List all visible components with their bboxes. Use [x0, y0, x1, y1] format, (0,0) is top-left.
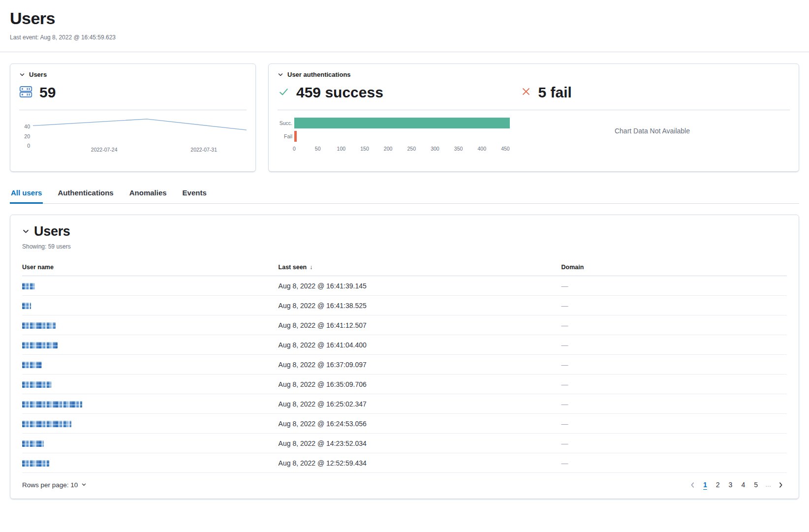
users-table-title: Users [34, 224, 70, 239]
users-kpi-title: Users [29, 71, 47, 78]
page-button-4[interactable]: 4 [738, 480, 748, 490]
table-row: Aug 8, 2022 @ 12:52:59.434— [22, 453, 787, 473]
rows-per-page-selector[interactable]: Rows per page: 10 [22, 481, 87, 489]
page-button-2[interactable]: 2 [713, 480, 723, 490]
page-button-3[interactable]: 3 [725, 480, 736, 490]
users-line-chart: 40200 2022-07-242022-07-31 [19, 117, 247, 155]
chevron-down-icon [19, 72, 25, 78]
user-name-link-redacted[interactable] [22, 440, 44, 447]
domain-cell: — [561, 315, 787, 335]
last-seen-cell: Aug 8, 2022 @ 16:41:39.145 [279, 276, 561, 296]
kpi-row: Users 59 40200 2022-07-242022-07-31 [10, 63, 799, 172]
previous-page-button[interactable] [686, 481, 699, 489]
last-seen-cell: Aug 8, 2022 @ 16:41:38.525 [279, 296, 561, 315]
storage-icon [19, 85, 32, 100]
table-row: Aug 8, 2022 @ 14:23:52.034— [22, 434, 787, 453]
sort-desc-icon: ↓ [310, 264, 312, 271]
column-header-user-name: User name [22, 262, 279, 276]
table-footer: Rows per page: 10 12345… [22, 473, 787, 496]
panel-divider [278, 110, 790, 110]
user-name-link-redacted[interactable] [22, 421, 71, 427]
domain-cell: — [561, 434, 787, 453]
auth-bar-chart: Succ.Fail050100150200250300350400450 [278, 117, 515, 152]
domain-cell: — [561, 296, 787, 315]
line-chart-x-axis: 2022-07-242022-07-31 [33, 146, 247, 154]
user-name-link-redacted[interactable] [22, 283, 35, 289]
user-name-link-redacted[interactable] [22, 342, 58, 348]
table-row: Aug 8, 2022 @ 16:35:09.706— [22, 375, 787, 394]
cross-icon [521, 86, 531, 99]
last-seen-cell: Aug 8, 2022 @ 16:41:12.507 [279, 315, 561, 335]
pagination-ellipsis: … [762, 481, 775, 488]
check-icon [278, 86, 290, 100]
user-name-link-redacted[interactable] [22, 401, 82, 407]
domain-cell: — [561, 394, 787, 414]
page-button-5[interactable]: 5 [750, 480, 761, 490]
last-seen-cell: Aug 8, 2022 @ 16:24:53.056 [279, 414, 561, 434]
users-table-header[interactable]: Users [22, 224, 787, 239]
chevron-down-icon [81, 481, 87, 489]
last-seen-cell: Aug 8, 2022 @ 16:25:02.347 [279, 394, 561, 414]
domain-cell: — [561, 375, 787, 394]
line-chart-plot [33, 117, 247, 146]
table-row: Aug 8, 2022 @ 16:25:02.347— [22, 394, 787, 414]
user-name-link-redacted[interactable] [22, 322, 56, 329]
last-seen-cell: Aug 8, 2022 @ 12:52:59.434 [279, 453, 561, 473]
auth-kpi-title: User authentications [287, 71, 351, 78]
chevron-down-icon [278, 72, 283, 78]
user-authentications-kpi-panel: User authentications 459 success 5 fail … [268, 63, 799, 172]
bar-row-succ: Succ. [278, 117, 515, 129]
pagination: 12345… [686, 480, 787, 490]
showing-count: Showing: 59 users [22, 243, 787, 250]
rows-per-page-label: Rows per page: 10 [22, 481, 78, 489]
no-chart-data-text: Chart Data Not Available [515, 117, 790, 152]
table-row: Aug 8, 2022 @ 16:41:38.525— [22, 296, 787, 315]
page-title: Users [10, 9, 799, 28]
table-row: Aug 8, 2022 @ 16:41:39.145— [22, 276, 787, 296]
table-row: Aug 8, 2022 @ 16:41:12.507— [22, 315, 787, 335]
chevron-down-icon [22, 228, 30, 235]
column-header-domain: Domain [561, 262, 787, 276]
user-name-link-redacted[interactable] [22, 460, 49, 467]
column-header-last-seen[interactable]: Last seen↓ [279, 262, 561, 276]
users-kpi-panel: Users 59 40200 2022-07-242022-07-31 [10, 63, 256, 172]
domain-cell: — [561, 276, 787, 296]
domain-cell: — [561, 414, 787, 434]
auth-kpi-header[interactable]: User authentications [278, 71, 790, 78]
page-button-1[interactable]: 1 [700, 480, 711, 490]
tab-events[interactable]: Events [182, 187, 208, 204]
line-chart-y-axis: 40200 [19, 117, 33, 155]
users-count: 59 [39, 84, 56, 101]
user-name-link-redacted[interactable] [22, 303, 31, 309]
table-row: Aug 8, 2022 @ 16:37:09.097— [22, 355, 787, 375]
last-seen-cell: Aug 8, 2022 @ 16:37:09.097 [279, 355, 561, 375]
tab-bar: All usersAuthenticationsAnomaliesEvents [10, 187, 799, 204]
user-name-link-redacted[interactable] [22, 381, 52, 388]
panel-divider [19, 110, 247, 110]
users-table-panel: Users Showing: 59 users User nameLast se… [10, 215, 799, 499]
users-table: User nameLast seen↓Domain Aug 8, 2022 @ … [22, 262, 787, 473]
users-kpi-header[interactable]: Users [19, 71, 247, 78]
header-divider [0, 52, 809, 52]
page-header: Users Last event: Aug 8, 2022 @ 16:45:59… [0, 0, 809, 41]
tab-anomalies[interactable]: Anomalies [128, 187, 168, 204]
last-seen-cell: Aug 8, 2022 @ 14:23:52.034 [279, 434, 561, 453]
domain-cell: — [561, 453, 787, 473]
user-name-link-redacted[interactable] [22, 362, 42, 368]
table-row: Aug 8, 2022 @ 16:41:04.400— [22, 335, 787, 355]
domain-cell: — [561, 355, 787, 375]
tab-all-users[interactable]: All users [10, 187, 43, 204]
auth-fail-count: 5 fail [538, 84, 571, 101]
bar-row-fail: Fail [278, 130, 515, 142]
auth-success-count: 459 success [296, 84, 383, 101]
domain-cell: — [561, 335, 787, 355]
next-page-button[interactable] [775, 481, 787, 489]
last-seen-cell: Aug 8, 2022 @ 16:41:04.400 [279, 335, 561, 355]
last-event-text: Last event: Aug 8, 2022 @ 16:45:59.623 [10, 34, 799, 41]
last-seen-cell: Aug 8, 2022 @ 16:35:09.706 [279, 375, 561, 394]
table-row: Aug 8, 2022 @ 16:24:53.056— [22, 414, 787, 434]
tab-authentications[interactable]: Authentications [57, 187, 114, 204]
